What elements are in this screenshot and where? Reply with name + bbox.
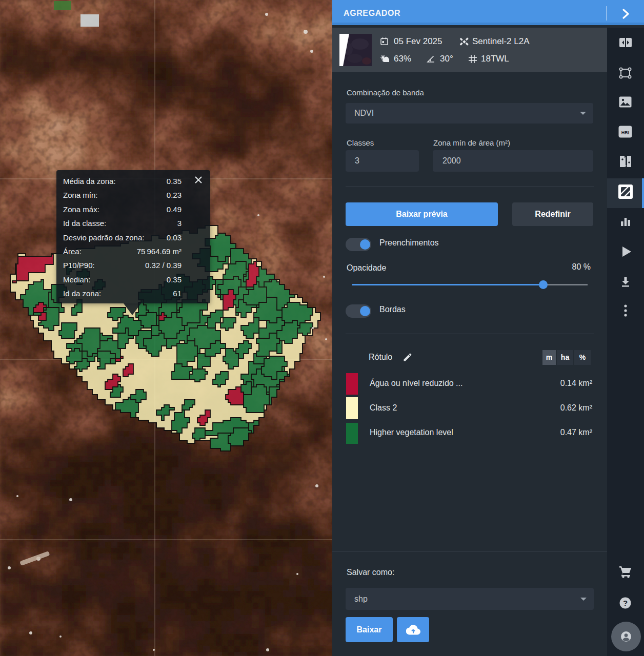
- svg-text:HRI: HRI: [621, 130, 630, 135]
- svg-text:?: ?: [623, 599, 628, 607]
